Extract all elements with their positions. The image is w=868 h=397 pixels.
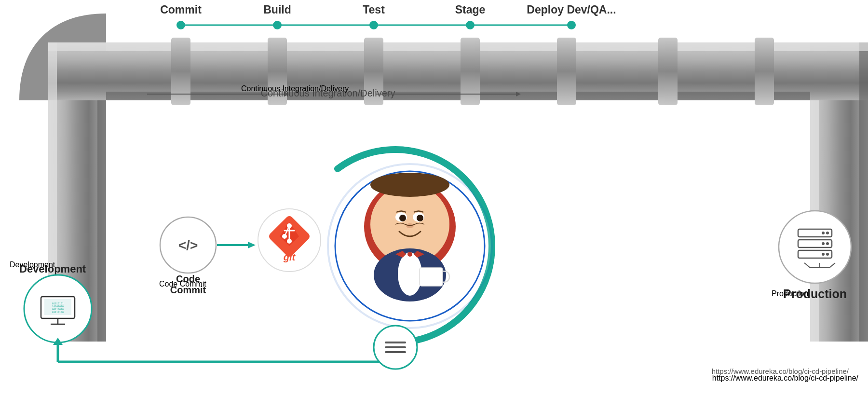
svg-rect-20 xyxy=(658,38,678,105)
production-label: Production xyxy=(772,289,854,298)
svg-rect-8 xyxy=(859,100,868,342)
svg-rect-2 xyxy=(48,92,810,100)
svg-rect-1 xyxy=(48,42,810,51)
ci-cd-label: Continuous Integration/Delivery xyxy=(241,84,349,93)
source-url: https://www.edureka.co/blog/ci-cd-pipeli… xyxy=(712,374,858,383)
svg-rect-21 xyxy=(755,38,774,105)
svg-rect-11 xyxy=(48,42,106,51)
production-icon xyxy=(769,200,849,280)
jenkins-icon xyxy=(313,130,497,314)
svg-rect-18 xyxy=(461,38,480,105)
stage-commit xyxy=(135,0,231,39)
development-icon xyxy=(27,277,89,340)
svg-rect-19 xyxy=(557,38,576,105)
stage-build xyxy=(231,0,328,39)
stage-deploy xyxy=(521,0,651,39)
svg-marker-54 xyxy=(248,242,256,248)
svg-rect-15 xyxy=(171,38,190,105)
development-label: Development xyxy=(10,260,55,269)
code-commit-icon xyxy=(159,217,217,275)
svg-rect-5 xyxy=(97,100,106,342)
git-icon xyxy=(256,207,323,275)
code-commit-label: Code Commit xyxy=(159,280,217,288)
hamburger-menu-icon xyxy=(364,314,412,362)
stage-test xyxy=(328,0,424,39)
stage-stage xyxy=(424,0,521,39)
svg-rect-14 xyxy=(810,42,868,51)
